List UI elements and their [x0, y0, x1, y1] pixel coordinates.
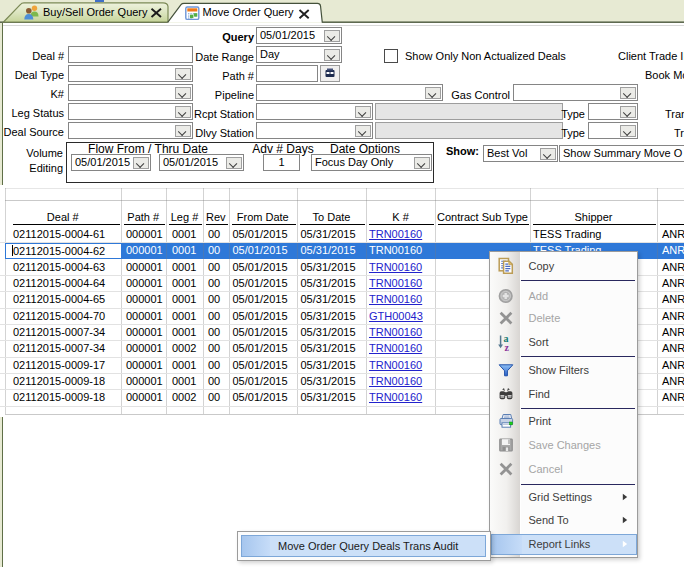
- svg-text:Buy/Sell Order Query: Buy/Sell Order Query: [43, 6, 148, 18]
- svg-text:Move Order Query: Move Order Query: [203, 6, 295, 18]
- svg-text:z: z: [505, 341, 510, 351]
